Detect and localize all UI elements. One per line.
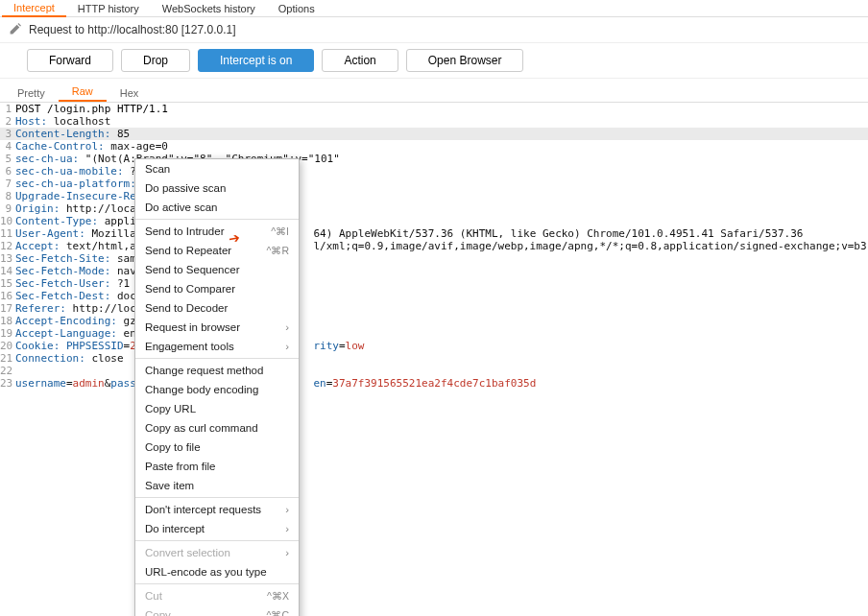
menu-send-intruder[interactable]: Send to Intruder^⌘I: [135, 222, 299, 241]
context-menu: Scan Do passive scan Do active scan Send…: [134, 158, 300, 616]
menu-engagement-tools[interactable]: Engagement tools: [135, 337, 299, 356]
menu-send-repeater[interactable]: Send to Repeater^⌘R: [135, 241, 299, 260]
action-buttons: Forward Drop Intercept is on Action Open…: [0, 43, 868, 79]
edit-icon: [8, 23, 21, 36]
open-browser-button[interactable]: Open Browser: [406, 49, 524, 72]
menu-passive-scan[interactable]: Do passive scan: [135, 178, 299, 198]
action-button[interactable]: Action: [322, 49, 398, 72]
menu-change-body-encoding[interactable]: Change body encoding: [135, 380, 299, 399]
menu-dont-intercept[interactable]: Don't intercept requests: [135, 500, 299, 519]
tab-websockets-history[interactable]: WebSockets history: [151, 1, 267, 16]
menu-active-scan[interactable]: Do active scan: [135, 198, 299, 217]
editor-view-tabs: Pretty Raw Hex: [0, 79, 868, 103]
menu-copy-url[interactable]: Copy URL: [135, 399, 299, 418]
menu-send-comparer[interactable]: Send to Comparer: [135, 279, 299, 298]
tab-options[interactable]: Options: [267, 1, 326, 16]
tab-http-history[interactable]: HTTP history: [66, 1, 151, 16]
forward-button[interactable]: Forward: [27, 49, 113, 72]
view-tab-pretty[interactable]: Pretty: [4, 84, 59, 102]
menu-copy-to-file[interactable]: Copy to file: [135, 438, 299, 457]
request-info-bar: Request to http://localhost:80 [127.0.0.…: [0, 17, 868, 43]
menu-copy: Copy^⌘C: [135, 605, 299, 616]
menu-send-sequencer[interactable]: Send to Sequencer: [135, 260, 299, 279]
menu-scan[interactable]: Scan: [135, 159, 299, 178]
menu-url-encode-typing[interactable]: URL-encode as you type: [135, 562, 299, 581]
menu-copy-curl[interactable]: Copy as curl command: [135, 418, 299, 438]
menu-paste-from-file[interactable]: Paste from file: [135, 457, 299, 476]
intercept-toggle-button[interactable]: Intercept is on: [198, 49, 314, 72]
view-tab-raw[interactable]: Raw: [59, 83, 107, 102]
menu-save-item[interactable]: Save item: [135, 476, 299, 495]
request-target-text: Request to http://localhost:80 [127.0.0.…: [29, 23, 235, 36]
request-editor[interactable]: 1POST /login.php HTTP/1.1 2Host: localho…: [0, 103, 868, 390]
menu-request-in-browser[interactable]: Request in browser: [135, 318, 299, 337]
view-tab-hex[interactable]: Hex: [107, 84, 153, 102]
menu-cut: Cut^⌘X: [135, 586, 299, 605]
menu-send-decoder[interactable]: Send to Decoder: [135, 298, 299, 318]
drop-button[interactable]: Drop: [121, 49, 190, 72]
menu-do-intercept[interactable]: Do intercept: [135, 519, 299, 538]
proxy-tabs: Intercept HTTP history WebSockets histor…: [0, 0, 868, 17]
tab-intercept[interactable]: Intercept: [2, 0, 66, 17]
menu-change-method[interactable]: Change request method: [135, 361, 299, 380]
menu-convert-selection: Convert selection: [135, 543, 299, 562]
